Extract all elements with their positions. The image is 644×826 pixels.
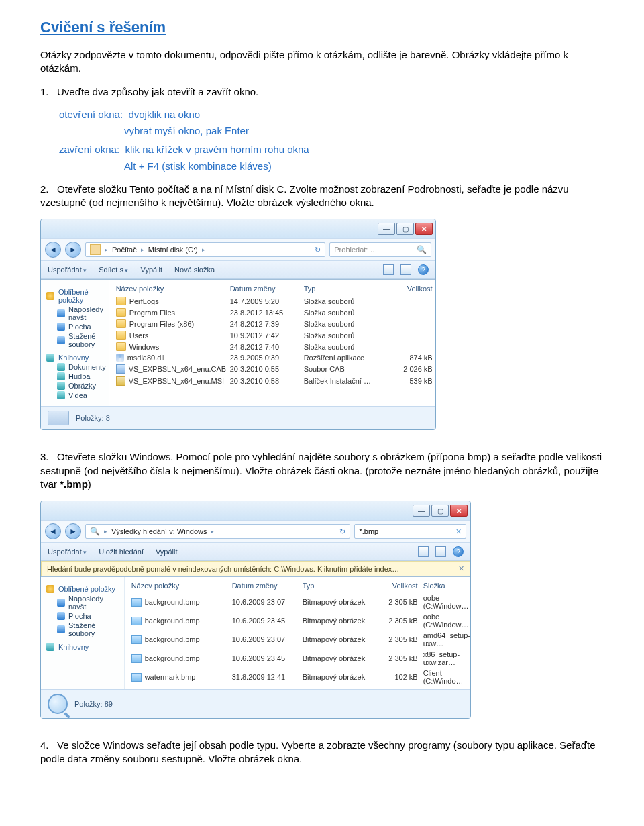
- file-type: Složka souborů: [304, 320, 384, 328]
- chevron-icon: ▸: [202, 246, 205, 253]
- intro-text: Otázky zodpovězte v tomto dokumentu, odp…: [40, 48, 604, 76]
- sidebar-libraries[interactable]: Knihovny: [46, 643, 121, 651]
- close-button[interactable]: ✕: [415, 223, 433, 235]
- minimize-button[interactable]: —: [378, 223, 395, 235]
- column-headers[interactable]: Název položky Datum změny Typ Velikost: [116, 282, 438, 295]
- table-row[interactable]: VS_EXPBSLN_x64_enu.CAB 20.3.2010 0:55 So…: [116, 363, 438, 375]
- table-row[interactable]: background.bmp 10.6.2009 23:45 Bitmapový…: [131, 611, 470, 630]
- table-row[interactable]: background.bmp 10.6.2009 23:07 Bitmapový…: [131, 592, 470, 611]
- file-size: 2 305 kB: [376, 635, 423, 643]
- back-button[interactable]: ◄: [45, 242, 61, 258]
- refresh-icon[interactable]: ↻: [315, 246, 321, 254]
- table-row[interactable]: Program Files (x86) 24.8.2012 7:39 Složk…: [116, 318, 438, 329]
- table-row[interactable]: msdia80.dll 23.9.2005 0:39 Rozšíření apl…: [116, 352, 438, 363]
- pictures-icon: [57, 382, 65, 390]
- file-size: 2 305 kB: [376, 617, 423, 625]
- q1-close-line2: Alt + F4 (stisk kombinace kláves): [124, 160, 604, 173]
- sidebar-item[interactable]: Videa: [57, 391, 106, 399]
- table-row[interactable]: Windows 24.8.2012 7:40 Složka souborů: [116, 341, 438, 352]
- tool-organize[interactable]: Uspořádat: [48, 266, 87, 274]
- documents-icon: [57, 363, 65, 371]
- back-button[interactable]: ◄: [45, 523, 61, 539]
- info-bar[interactable]: Hledání bude pravděpodobně pomalé v nein…: [41, 561, 470, 576]
- file-size: 874 kB: [384, 354, 438, 362]
- tool-organize[interactable]: Uspořádat: [48, 548, 87, 556]
- help-icon[interactable]: ?: [453, 546, 464, 557]
- file-type: Složka souborů: [304, 297, 384, 305]
- minimize-button[interactable]: —: [413, 505, 430, 517]
- sidebar-item[interactable]: Hudba: [57, 372, 106, 380]
- tool-share[interactable]: Sdílet s: [99, 266, 128, 274]
- sidebar-favorites[interactable]: Oblíbené položky: [46, 585, 121, 593]
- file-type: Bitmapový obrázek: [303, 617, 376, 625]
- clear-icon[interactable]: ✕: [455, 527, 462, 536]
- crumb-0[interactable]: Počítač: [112, 246, 137, 254]
- toolbar: Uspořádat Uložit hledání Vypálit ?: [41, 543, 470, 561]
- sidebar-item[interactable]: Stažené soubory: [57, 621, 121, 637]
- file-type: Bitmapový obrázek: [303, 635, 376, 643]
- bmp-icon: [131, 635, 142, 644]
- q1-num: 1.: [40, 86, 49, 97]
- sidebar: Oblíbené položky Naposledy navšti Plocha…: [41, 577, 125, 689]
- sidebar-libraries[interactable]: Knihovny: [46, 354, 106, 362]
- sidebar-item[interactable]: Dokumenty: [57, 363, 106, 371]
- sidebar-item[interactable]: Obrázky: [57, 382, 106, 390]
- file-folder: oobe (C:\Window…: [423, 594, 470, 610]
- magnifier-icon: [48, 694, 68, 714]
- sidebar-item[interactable]: Naposledy navšti: [57, 305, 106, 321]
- search-placeholder: Prohledat: …: [334, 246, 377, 254]
- forward-button[interactable]: ►: [65, 242, 81, 258]
- file-name: watermark.bmp: [145, 673, 196, 681]
- help-icon[interactable]: ?: [418, 264, 429, 275]
- sidebar-item[interactable]: Naposledy navšti: [57, 595, 121, 611]
- forward-button[interactable]: ►: [65, 523, 81, 539]
- file-date: 10.6.2009 23:07: [232, 598, 303, 606]
- titlebar: — ▢ ✕: [41, 501, 470, 520]
- file-size: 2 305 kB: [376, 598, 423, 606]
- file-list: Název položky Datum změny Typ Velikost S…: [125, 577, 470, 689]
- status-text: Položky: 89: [74, 700, 113, 708]
- file-size: 2 026 kB: [384, 365, 438, 373]
- sidebar-item[interactable]: Plocha: [57, 323, 106, 331]
- breadcrumb[interactable]: ▸ Počítač ▸ Místní disk (C:) ▸ ↻: [85, 242, 325, 257]
- chevron-icon: ▸: [105, 246, 108, 253]
- file-name: background.bmp: [145, 635, 200, 643]
- file-type: Soubor CAB: [304, 365, 384, 373]
- sidebar-item[interactable]: Plocha: [57, 612, 121, 620]
- sidebar-favorites[interactable]: Oblíbené položky: [46, 288, 106, 304]
- tool-burn[interactable]: Vypálit: [140, 266, 162, 274]
- breadcrumb[interactable]: 🔍 ▸ Výsledky hledání v: Windows ▸ ↻: [85, 524, 350, 539]
- file-date: 10.6.2009 23:45: [232, 617, 303, 625]
- table-row[interactable]: VS_EXPBSLN_x64_enu.MSI 20.3.2010 0:58 Ba…: [116, 375, 438, 387]
- close-button[interactable]: ✕: [450, 505, 468, 517]
- file-icon: [116, 364, 125, 374]
- file-name: Program Files (x86): [129, 320, 195, 328]
- sidebar-item[interactable]: Stažené soubory: [57, 332, 106, 348]
- tool-burn[interactable]: Vypálit: [156, 548, 178, 556]
- table-row[interactable]: background.bmp 10.6.2009 23:07 Bitmapový…: [131, 630, 470, 649]
- search-input[interactable]: Prohledat: … 🔍: [329, 242, 431, 257]
- column-headers[interactable]: Název položky Datum změny Typ Velikost S…: [131, 580, 470, 592]
- status-bar: Položky: 8: [41, 406, 435, 429]
- preview-icon[interactable]: [435, 546, 446, 557]
- info-close-icon[interactable]: ✕: [458, 564, 464, 573]
- table-row[interactable]: PerfLogs 14.7.2009 5:20 Složka souborů: [116, 295, 438, 307]
- search-input[interactable]: *.bmp ✕: [354, 524, 466, 539]
- table-row[interactable]: Program Files 23.8.2012 13:45 Složka sou…: [116, 307, 438, 318]
- table-row[interactable]: watermark.bmp 31.8.2009 12:41 Bitmapový …: [131, 668, 470, 686]
- table-row[interactable]: background.bmp 10.6.2009 23:45 Bitmapový…: [131, 649, 470, 668]
- refresh-icon[interactable]: ↻: [339, 527, 345, 536]
- tool-newfolder[interactable]: Nová složka: [174, 266, 215, 274]
- view-icon[interactable]: [383, 264, 394, 275]
- crumb-1[interactable]: Místní disk (C:): [148, 246, 198, 254]
- file-icon: [116, 319, 126, 328]
- table-row[interactable]: Users 10.9.2012 7:42 Složka souborů: [116, 329, 438, 341]
- view-icon[interactable]: [418, 546, 429, 557]
- bmp-icon: [131, 617, 142, 625]
- file-name: background.bmp: [145, 654, 200, 662]
- tool-save-search[interactable]: Uložit hledání: [99, 548, 144, 556]
- maximize-button[interactable]: ▢: [431, 505, 449, 517]
- preview-icon[interactable]: [400, 264, 411, 275]
- q3-text-a: Otevřete složku Windows. Pomocí pole pro…: [40, 451, 602, 490]
- maximize-button[interactable]: ▢: [396, 223, 414, 235]
